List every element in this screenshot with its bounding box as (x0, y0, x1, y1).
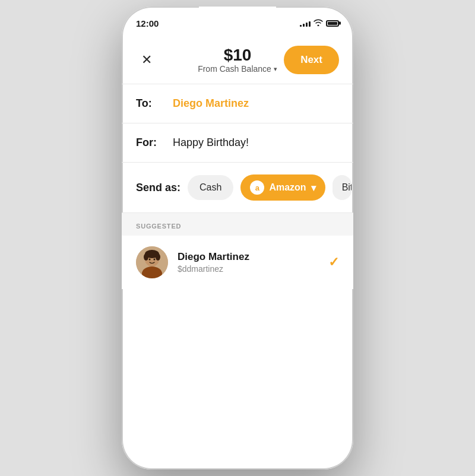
cash-chip[interactable]: Cash (188, 175, 233, 200)
to-row: To: Diego Martinez (122, 84, 353, 123)
amount-display: $10 (198, 46, 277, 65)
main-content: ✕ $10 From Cash Balance ▾ Next To: Diego… (122, 33, 353, 469)
amazon-chip[interactable]: a Amazon ▾ (240, 174, 325, 201)
battery-icon (326, 20, 339, 27)
for-row: For: Happy Birthday! (122, 123, 353, 162)
close-icon: ✕ (141, 53, 152, 66)
status-time: 12:00 (136, 18, 159, 28)
header-row: ✕ $10 From Cash Balance ▾ Next (122, 36, 353, 84)
svg-point-6 (149, 259, 151, 261)
svg-point-4 (144, 253, 148, 261)
phone-frame: 12:00 ✕ (122, 7, 353, 469)
header-center: $10 From Cash Balance ▾ (198, 46, 277, 74)
close-button[interactable]: ✕ (136, 49, 157, 71)
avatar (136, 246, 168, 278)
user-info: Diego Martinez $ddmartinez (178, 251, 319, 274)
svg-point-5 (156, 253, 160, 261)
amazon-icon: a (250, 180, 264, 195)
user-name: Diego Martinez (178, 251, 319, 263)
suggested-label: SUGGESTED (136, 223, 181, 230)
amazon-chevron-icon: ▾ (311, 182, 316, 193)
suggested-section: SUGGESTED (122, 213, 353, 236)
for-label: For: (136, 137, 166, 149)
suggested-user-row[interactable]: Diego Martinez $ddmartinez ✓ (122, 236, 353, 289)
chevron-down-icon: ▾ (274, 65, 277, 73)
send-as-label: Send as: (136, 182, 180, 194)
amazon-label: Amazon (269, 182, 306, 193)
from-balance[interactable]: From Cash Balance ▾ (198, 64, 277, 74)
send-as-row: Send as: Cash a Amazon ▾ Bitc (122, 163, 353, 212)
status-icons (300, 18, 339, 28)
notch (199, 7, 276, 24)
check-icon: ✓ (328, 255, 339, 270)
bitcoin-chip[interactable]: Bitc (332, 175, 352, 200)
signal-icon (300, 20, 311, 27)
svg-point-7 (154, 259, 156, 261)
user-handle: $ddmartinez (178, 264, 319, 274)
wifi-icon (314, 18, 323, 28)
to-value: Diego Martinez (173, 97, 249, 110)
next-button[interactable]: Next (284, 46, 339, 74)
for-value: Happy Birthday! (173, 137, 249, 149)
to-label: To: (136, 97, 166, 110)
